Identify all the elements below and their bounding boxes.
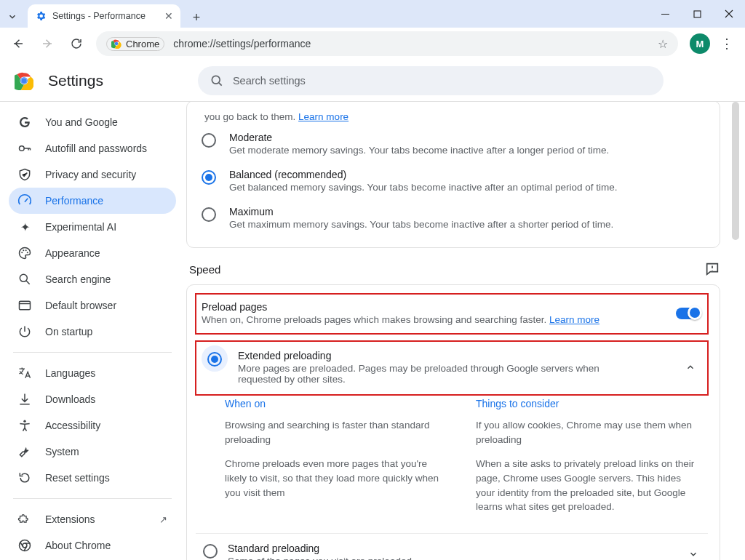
speed-card: Preload pages When on, Chrome preloads p… — [186, 284, 720, 560]
settings-header: Settings Search settings — [0, 60, 745, 102]
preload-learn-more-link[interactable]: Learn more — [549, 314, 599, 325]
bookmark-star-icon[interactable]: ☆ — [658, 37, 668, 51]
google-g-icon — [17, 115, 32, 129]
sidebar-item-on-startup[interactable]: On startup — [9, 319, 176, 345]
sidebar-item-reset[interactable]: Reset settings — [9, 465, 176, 491]
close-tab-icon[interactable]: ✕ — [164, 10, 173, 22]
reset-icon — [17, 471, 32, 485]
speed-section-header: Speed — [189, 261, 720, 277]
speed-section-title: Speed — [189, 263, 220, 276]
search-placeholder: Search settings — [233, 75, 306, 87]
preload-desc: When on, Chrome preloads pages which mak… — [202, 314, 599, 325]
tab-title: Settings - Performance — [52, 11, 159, 21]
sidebar-item-privacy[interactable]: Privacy and security — [9, 161, 176, 188]
wrench-icon — [17, 444, 32, 459]
reload-button[interactable] — [64, 31, 89, 56]
svg-point-11 — [25, 249, 27, 251]
search-icon — [210, 73, 224, 88]
window-maximize[interactable] — [681, 0, 713, 28]
preload-toggle[interactable] — [676, 308, 701, 319]
new-tab-button[interactable]: + — [186, 7, 207, 28]
settings-content: you go back to them. Learn more Moderate… — [182, 102, 745, 560]
window-close[interactable] — [713, 0, 745, 28]
chrome-logo-icon — [15, 71, 33, 90]
svg-point-6 — [21, 78, 27, 84]
sidebar-item-performance[interactable]: Performance — [9, 188, 176, 214]
memory-option-moderate[interactable]: Moderate Get moderate memory savings. Yo… — [202, 124, 705, 161]
sidebar-item-about[interactable]: About Chrome — [9, 532, 176, 559]
sidebar-item-search-engine[interactable]: Search engine — [9, 266, 176, 292]
svg-point-2 — [115, 42, 119, 46]
svg-point-15 — [23, 420, 25, 423]
sidebar-item-default-browser[interactable]: Default browser — [9, 292, 176, 319]
browser-toolbar: Chrome chrome://settings/performance ☆ M… — [0, 28, 745, 60]
chrome-menu-button[interactable]: ⋮ — [714, 36, 739, 52]
radio-button[interactable] — [202, 207, 216, 222]
radio-button-checked[interactable] — [202, 170, 216, 185]
browser-tab-active[interactable]: Settings - Performance ✕ — [28, 4, 180, 28]
translate-icon — [17, 366, 32, 380]
memory-option-balanced[interactable]: Balanced (recommended) Get balanced memo… — [202, 161, 705, 199]
sidebar-item-autofill[interactable]: Autofill and passwords — [9, 135, 176, 161]
scrollbar-thumb[interactable] — [732, 102, 739, 240]
feedback-icon[interactable] — [704, 261, 720, 277]
sidebar-item-appearance[interactable]: Appearance — [9, 240, 176, 266]
memory-saver-card: you go back to them. Learn more Moderate… — [186, 102, 720, 248]
svg-point-8 — [20, 146, 25, 151]
sidebar-item-accessibility[interactable]: Accessibility — [9, 412, 176, 439]
chevron-down-icon — [7, 12, 17, 22]
gear-icon — [35, 10, 47, 22]
memory-intro-text: you go back to them. Learn more — [202, 110, 705, 124]
window-titlebar: Settings - Performance ✕ + — [0, 0, 745, 28]
svg-rect-0 — [694, 11, 701, 17]
download-icon — [17, 392, 32, 407]
sidebar-item-downloads[interactable]: Downloads — [9, 386, 176, 412]
extended-preloading-row[interactable]: Extended preloading More pages are prelo… — [196, 341, 708, 395]
sidebar-item-system[interactable]: System — [9, 439, 176, 465]
nav-back-button[interactable] — [6, 31, 31, 56]
sidebar-separator — [13, 352, 172, 353]
window-minimize[interactable] — [649, 0, 681, 28]
page-title: Settings — [48, 72, 103, 89]
things-to-consider-header: Things to consider — [476, 398, 701, 409]
sidebar-item-experimental-ai[interactable]: ✦Experimental AI — [9, 214, 176, 240]
address-bar[interactable]: Chrome chrome://settings/performance ☆ — [96, 31, 678, 56]
svg-point-9 — [21, 252, 23, 253]
preload-title: Preload pages — [202, 301, 599, 313]
chrome-icon — [111, 39, 121, 49]
memory-learn-more-link[interactable]: Learn more — [298, 111, 348, 122]
expand-button[interactable] — [682, 543, 705, 560]
collapse-button[interactable] — [679, 356, 702, 379]
when-on-header: When on — [225, 398, 450, 409]
settings-sidebar: You and Google Autofill and passwords Pr… — [0, 102, 182, 560]
sidebar-item-you-and-google[interactable]: You and Google — [9, 109, 176, 135]
magnifier-icon — [17, 272, 32, 287]
svg-point-13 — [20, 274, 27, 281]
url-text: chrome://settings/performance — [173, 38, 649, 49]
svg-point-7 — [212, 76, 220, 84]
memory-option-maximum[interactable]: Maximum Get maximum memory savings. Your… — [202, 199, 705, 236]
external-link-icon: ↗ — [159, 514, 167, 525]
extended-preloading-details: When on Browsing and searching is faster… — [196, 395, 708, 529]
radio-button[interactable] — [203, 544, 218, 559]
radio-button-checked[interactable] — [207, 352, 222, 367]
palette-icon — [17, 246, 32, 260]
sidebar-item-extensions[interactable]: Extensions↗ — [9, 506, 176, 532]
svg-point-10 — [23, 249, 24, 251]
standard-preloading-row[interactable]: Standard preloading Some of the pages yo… — [196, 534, 708, 560]
sparkle-icon: ✦ — [17, 220, 32, 234]
shield-icon — [17, 167, 32, 182]
nav-forward-button[interactable] — [35, 31, 60, 56]
puzzle-icon — [17, 512, 32, 527]
key-icon — [17, 141, 32, 156]
chrome-outline-icon — [17, 538, 32, 553]
preload-pages-row: Preload pages When on, Chrome preloads p… — [196, 294, 708, 334]
power-icon — [17, 324, 32, 339]
profile-avatar[interactable]: M — [690, 33, 710, 54]
site-chip[interactable]: Chrome — [106, 37, 164, 51]
radio-button[interactable] — [202, 133, 216, 148]
tab-search-dropdown[interactable] — [0, 6, 25, 28]
settings-search-input[interactable]: Search settings — [198, 66, 664, 95]
accessibility-icon — [17, 418, 32, 433]
sidebar-item-languages[interactable]: Languages — [9, 360, 176, 386]
